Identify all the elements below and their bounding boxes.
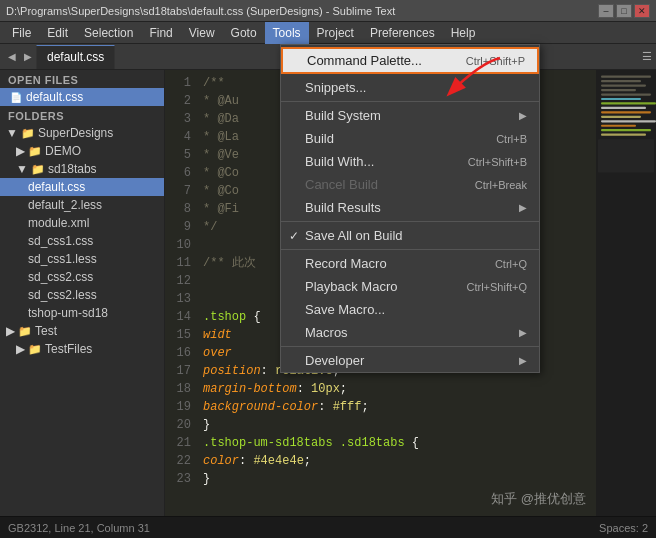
tab-prev-button[interactable]: ◀ (4, 46, 20, 68)
menu-cancel-build: Cancel Build Ctrl+Break (281, 173, 539, 196)
sidebar-file-default2-less[interactable]: default_2.less (0, 196, 164, 214)
expand-icon: ▼ (6, 126, 18, 140)
tab-default-css[interactable]: default.css (36, 45, 115, 69)
playback-macro-label: Playback Macro (305, 279, 397, 294)
sidebar-file-default-css[interactable]: default.css (0, 178, 164, 196)
developer-label: Developer (305, 353, 364, 368)
menu-save-all-on-build[interactable]: ✓ Save All on Build (281, 224, 539, 247)
command-palette-label: Command Palette... (307, 53, 422, 68)
svg-rect-15 (598, 139, 654, 172)
sidebar-folder-sd18tabs[interactable]: ▼ 📁 sd18tabs (0, 160, 164, 178)
menu-file[interactable]: File (4, 22, 39, 44)
window-controls: – □ ✕ (598, 4, 650, 18)
svg-rect-9 (601, 111, 651, 113)
menu-macros[interactable]: Macros ▶ (281, 321, 539, 344)
sidebar-open-file-default-css[interactable]: 📄 default.css (0, 88, 164, 106)
separator (281, 249, 539, 250)
save-all-label: Save All on Build (305, 228, 403, 243)
submenu-arrow-icon: ▶ (519, 110, 527, 121)
cancel-build-shortcut: Ctrl+Break (475, 179, 527, 191)
submenu-arrow-icon: ▶ (519, 202, 527, 213)
folder-icon: 📁 (28, 343, 42, 356)
record-macro-shortcut: Ctrl+Q (495, 258, 527, 270)
snippets-label: Snippets... (305, 80, 366, 95)
menu-selection[interactable]: Selection (76, 22, 141, 44)
expand-icon: ▶ (16, 144, 25, 158)
expand-icon: ▼ (16, 162, 28, 176)
folder-icon: 📁 (28, 145, 42, 158)
menu-save-macro[interactable]: Save Macro... (281, 298, 539, 321)
close-button[interactable]: ✕ (634, 4, 650, 18)
menu-preferences[interactable]: Preferences (362, 22, 443, 44)
sidebar-folder-testfiles[interactable]: ▶ 📁 TestFiles (0, 340, 164, 358)
menu-command-palette[interactable]: Command Palette... Ctrl+Shift+P (281, 47, 539, 74)
build-with-shortcut: Ctrl+Shift+B (468, 156, 527, 168)
title-bar: D:\Programs\SuperDesigns\sd18tabs\defaul… (0, 0, 656, 22)
sidebar-folder-test[interactable]: ▶ 📁 Test (0, 322, 164, 340)
svg-rect-5 (601, 93, 651, 95)
sidebar-file-sd-css2-css[interactable]: sd_css2.css (0, 268, 164, 286)
sidebar-file-tshop[interactable]: tshop-um-sd18 (0, 304, 164, 322)
menu-build-system[interactable]: Build System ▶ (281, 104, 539, 127)
separator (281, 346, 539, 347)
submenu-arrow-icon: ▶ (519, 327, 527, 338)
svg-rect-7 (601, 102, 656, 104)
menu-build[interactable]: Build Ctrl+B (281, 127, 539, 150)
svg-rect-0 (596, 70, 656, 516)
menu-edit[interactable]: Edit (39, 22, 76, 44)
menu-build-with[interactable]: Build With... Ctrl+Shift+B (281, 150, 539, 173)
playback-macro-shortcut: Ctrl+Shift+Q (466, 281, 527, 293)
svg-rect-12 (601, 125, 636, 127)
svg-rect-1 (601, 76, 651, 78)
open-files-label: OPEN FILES (0, 70, 164, 88)
svg-rect-4 (601, 89, 636, 91)
folder-icon: 📁 (21, 127, 35, 140)
svg-rect-10 (601, 116, 641, 118)
menu-developer[interactable]: Developer ▶ (281, 349, 539, 372)
menu-bar: File Edit Selection Find View Goto Tools… (0, 22, 656, 44)
sidebar-file-sd-css1-less[interactable]: sd_css1.less (0, 250, 164, 268)
status-bar: GB2312, Line 21, Column 31 Spaces: 2 (0, 516, 656, 538)
svg-rect-14 (601, 134, 646, 136)
build-results-label: Build Results (305, 200, 381, 215)
tab-menu-icon[interactable]: ☰ (638, 50, 656, 63)
record-macro-label: Record Macro (305, 256, 387, 271)
separator (281, 221, 539, 222)
sidebar-file-module-xml[interactable]: module.xml (0, 214, 164, 232)
menu-playback-macro[interactable]: Playback Macro Ctrl+Shift+Q (281, 275, 539, 298)
folder-icon: 📁 (18, 325, 32, 338)
sidebar-file-sd-css2-less[interactable]: sd_css2.less (0, 286, 164, 304)
file-icon: 📄 (10, 92, 22, 103)
minimize-button[interactable]: – (598, 4, 614, 18)
sidebar-folder-superdesigns[interactable]: ▼ 📁 SuperDesigns (0, 124, 164, 142)
folder-icon: 📁 (31, 163, 45, 176)
menu-goto[interactable]: Goto (223, 22, 265, 44)
submenu-arrow-icon: ▶ (519, 355, 527, 366)
sidebar: OPEN FILES 📄 default.css FOLDERS ▼ 📁 Sup… (0, 70, 165, 516)
build-label: Build (305, 131, 334, 146)
menu-snippets[interactable]: Snippets... (281, 76, 539, 99)
tab-next-button[interactable]: ▶ (20, 46, 36, 68)
save-macro-label: Save Macro... (305, 302, 385, 317)
expand-icon: ▶ (6, 324, 15, 338)
build-shortcut: Ctrl+B (496, 133, 527, 145)
folders-label: FOLDERS (0, 106, 164, 124)
checkmark-icon: ✓ (289, 229, 299, 243)
status-left: GB2312, Line 21, Column 31 (8, 522, 150, 534)
sidebar-file-sd-css1-css[interactable]: sd_css1.css (0, 232, 164, 250)
sidebar-folder-demo[interactable]: ▶ 📁 DEMO (0, 142, 164, 160)
menu-build-results[interactable]: Build Results ▶ (281, 196, 539, 219)
maximize-button[interactable]: □ (616, 4, 632, 18)
menu-record-macro[interactable]: Record Macro Ctrl+Q (281, 252, 539, 275)
macros-label: Macros (305, 325, 348, 340)
title-text: D:\Programs\SuperDesigns\sd18tabs\defaul… (6, 5, 395, 17)
menu-help[interactable]: Help (443, 22, 484, 44)
menu-find[interactable]: Find (141, 22, 180, 44)
menu-view[interactable]: View (181, 22, 223, 44)
expand-icon: ▶ (16, 342, 25, 356)
menu-project[interactable]: Project (309, 22, 362, 44)
svg-rect-13 (601, 129, 651, 131)
line-numbers: 1234 5678 9101112 13141516 17181920 2122… (165, 70, 195, 492)
tools-dropdown: Command Palette... Ctrl+Shift+P Snippets… (280, 44, 540, 373)
menu-tools[interactable]: Tools (265, 22, 309, 44)
